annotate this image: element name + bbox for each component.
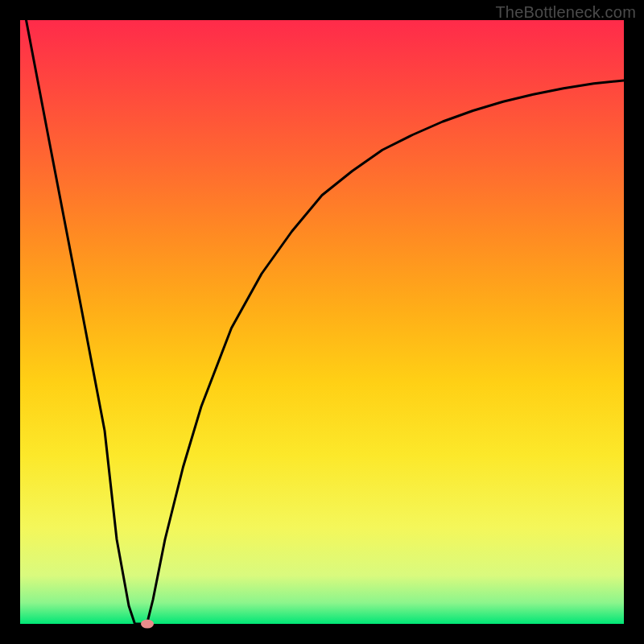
watermark-text: TheBottleneck.com (495, 3, 636, 22)
optimum-marker (141, 620, 154, 629)
plot-area (20, 20, 624, 624)
chart-frame: TheBottleneck.com (0, 0, 644, 644)
bottleneck-curve (20, 20, 624, 624)
